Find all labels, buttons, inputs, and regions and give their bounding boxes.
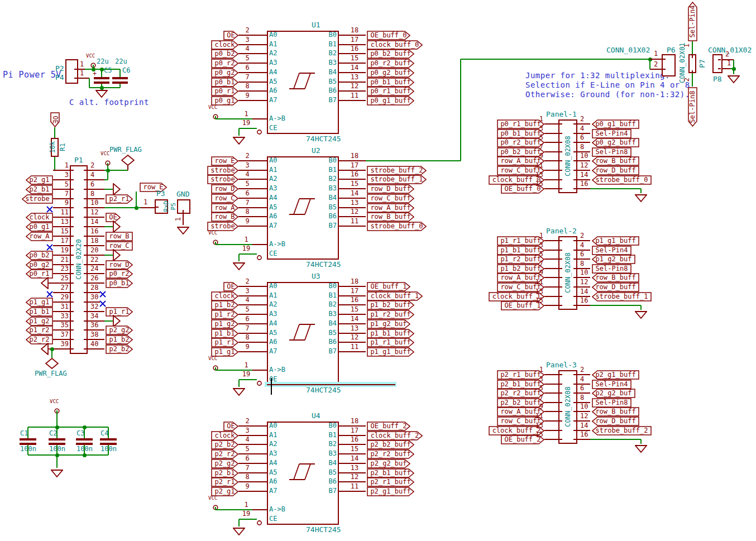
pwr-flag-icon[interactable] <box>121 155 135 166</box>
net-label[interactable]: row_D <box>211 184 238 194</box>
net-label[interactable]: row_E <box>211 156 238 166</box>
net-label[interactable]: clock_buff_2 <box>367 431 423 441</box>
net-label[interactable]: strobe_buff_1 <box>592 292 652 301</box>
net-label[interactable]: row_C_buff <box>367 194 414 203</box>
net-label[interactable]: p0_g2 <box>211 68 238 78</box>
net-label[interactable]: p1_g1 <box>211 347 238 357</box>
net-label[interactable]: row_D <box>106 260 133 270</box>
ground-arrow-icon[interactable] <box>233 387 245 395</box>
ground-arrow-icon[interactable] <box>41 277 49 289</box>
net-label[interactable]: p2_b2 <box>106 344 133 354</box>
net-label[interactable]: OE_buff_1 <box>367 282 410 291</box>
net-label[interactable]: p2_r1 <box>211 477 238 487</box>
net-label[interactable]: p1_g1_buff <box>592 236 639 246</box>
net-label-oe[interactable]: OE <box>50 112 60 127</box>
ground-arrow-icon[interactable] <box>728 75 740 83</box>
ground-arrow-icon[interactable] <box>51 469 63 477</box>
net-label[interactable]: Sel-Pin4 <box>592 380 631 389</box>
net-label[interactable]: row_D_buff <box>592 283 639 292</box>
net-label[interactable]: p2_g2 <box>106 325 133 335</box>
net-label[interactable]: strobe_buff_1 <box>367 175 427 184</box>
net-label[interactable]: Sel-Pin4 <box>592 129 631 138</box>
net-label[interactable]: p1_b1 <box>26 307 53 317</box>
connector-p8-body[interactable] <box>712 54 722 73</box>
net-label[interactable]: strobe <box>207 166 238 175</box>
ground-arrow-icon[interactable] <box>233 262 245 270</box>
net-label[interactable]: row_D_buff <box>592 166 639 175</box>
net-label[interactable]: OE <box>223 422 238 431</box>
net-label[interactable]: strobe_buff_2 <box>592 426 652 435</box>
ground-arrow-icon[interactable] <box>635 310 647 318</box>
net-label[interactable]: p1_g2 <box>26 317 53 326</box>
net-label[interactable]: p1_g2 <box>211 319 238 329</box>
net-label[interactable]: row_B_buff <box>592 407 639 416</box>
net-label[interactable]: p0_b2 <box>26 251 53 260</box>
net-label-sel-pin8[interactable]: Sel-Pin8 <box>688 87 697 127</box>
net-label[interactable]: p1_b2_buff <box>367 300 414 310</box>
net-label[interactable]: clock <box>211 431 238 441</box>
net-label[interactable]: strobe <box>22 194 53 204</box>
net-label[interactable]: row_B_buff <box>592 273 639 283</box>
net-label[interactable]: clock_buff_0 <box>367 40 423 50</box>
ground-arrow-icon[interactable] <box>41 343 49 355</box>
net-label[interactable]: row_B_buff <box>592 156 639 166</box>
net-label[interactable]: OE_buff_2 <box>367 422 410 431</box>
connector-gnd-body[interactable] <box>177 199 190 214</box>
net-label[interactable]: row_B <box>211 212 238 222</box>
net-label[interactable]: p0_b1 <box>211 78 238 87</box>
net-label[interactable]: p2_g2_buf <box>367 459 410 468</box>
net-label[interactable]: p2_b1 <box>26 185 53 194</box>
net-label[interactable]: p1_r1 <box>211 338 238 347</box>
net-label[interactable]: p2_g1 <box>26 175 53 185</box>
net-label[interactable]: p1_b2 <box>211 300 238 310</box>
net-label[interactable]: p2_r1_buff <box>367 477 414 487</box>
net-label[interactable]: clock <box>211 291 238 301</box>
net-label[interactable]: p2_g1_buff <box>367 487 414 496</box>
net-label[interactable]: clock_buff_1 <box>367 291 423 301</box>
net-label[interactable]: p0_g1_buff <box>367 96 414 106</box>
ground-arrow-icon[interactable] <box>177 226 189 234</box>
net-label[interactable]: p2_g2_buf <box>592 389 635 398</box>
net-label[interactable]: row_A_buff <box>367 203 414 213</box>
net-label[interactable]: p0_g1 <box>26 222 53 232</box>
net-label[interactable]: row_D_buff <box>367 184 414 194</box>
net-label[interactable]: OE <box>223 282 238 291</box>
net-label[interactable]: p1_g2_buf <box>367 319 410 329</box>
net-label[interactable]: OE_buff_0 <box>367 31 410 40</box>
net-label[interactable]: p1_b1_buff <box>367 329 414 338</box>
net-label[interactable]: p0_r2_buff <box>367 59 414 68</box>
net-label[interactable]: strobe <box>207 175 238 184</box>
ground-arrow-icon[interactable] <box>233 527 245 535</box>
capacitor-plate[interactable] <box>76 438 93 441</box>
net-label[interactable]: p0_g1 <box>211 96 238 106</box>
net-label[interactable]: p1_g1 <box>26 298 53 307</box>
net-label[interactable]: Sel-Pin4 <box>592 246 631 255</box>
net-label[interactable]: row_D_buff <box>592 416 639 426</box>
net-label[interactable]: p0_g1_buff <box>592 119 639 129</box>
net-label[interactable]: p1_r2 <box>211 310 238 319</box>
ground-arrow-icon[interactable] <box>95 89 108 97</box>
ground-arrow-icon[interactable] <box>233 136 245 144</box>
net-label[interactable]: row_A <box>211 203 238 213</box>
net-label[interactable]: row_C <box>211 194 238 203</box>
net-label[interactable]: p1_r2 <box>26 325 53 335</box>
net-label[interactable]: row_B <box>106 232 133 241</box>
net-label-sel-pin4[interactable]: Sel-Pin4 <box>688 2 697 41</box>
net-label[interactable]: p1_g1_buff <box>367 347 414 357</box>
net-label[interactable]: p1_g2_buf <box>592 255 635 264</box>
net-label[interactable]: p2_r1 <box>106 194 133 204</box>
net-label[interactable]: p0_g2_buff <box>367 68 414 78</box>
pwr-flag-icon[interactable] <box>45 358 59 369</box>
net-label[interactable]: p2_g2 <box>211 459 238 468</box>
net-label[interactable]: p2_b2 <box>211 440 238 449</box>
net-label[interactable]: strobe_buff_0 <box>367 222 427 231</box>
capacitor-plate[interactable] <box>49 438 65 441</box>
vcc-symbol-icon[interactable] <box>105 157 111 163</box>
net-label[interactable]: p0_b2_buff <box>367 49 414 59</box>
connector-p6-body[interactable] <box>662 54 676 76</box>
net-label[interactable]: p2_b2_buff <box>367 440 414 449</box>
ground-arrow-icon[interactable] <box>635 444 647 452</box>
net-label[interactable]: clock <box>26 213 53 222</box>
net-label[interactable]: p1_b1 <box>211 329 238 338</box>
net-label[interactable]: p0_r2 <box>211 59 238 68</box>
